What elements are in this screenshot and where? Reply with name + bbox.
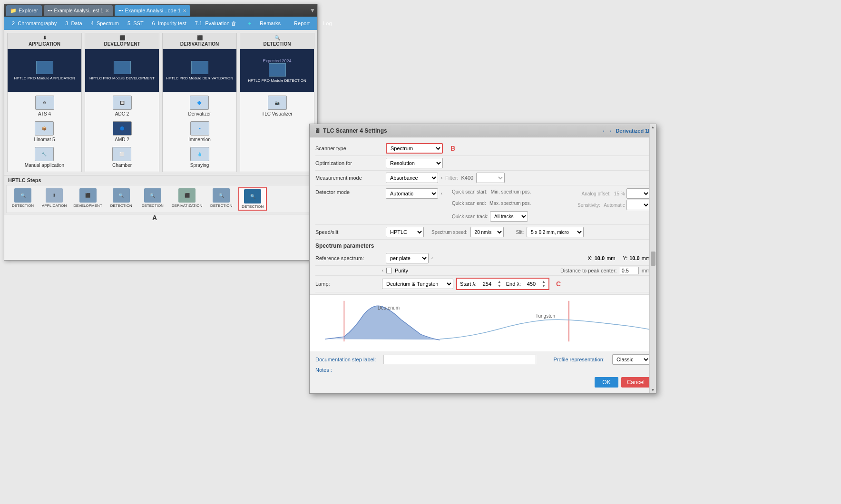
item-ats4[interactable]: ⚙ ATS 4: [35, 96, 54, 116]
xy-area: X: 10.0 mm Y: 10.0 mm: [587, 255, 650, 261]
optimization-select[interactable]: Resolution: [386, 158, 443, 168]
item-tlc-visualizer[interactable]: 📷 TLC Visualizer: [262, 96, 293, 116]
module-detection: 🔍 DETECTION Expected 2024 HPTLC PRO Modu…: [240, 33, 314, 172]
item-spraying[interactable]: 💧 Spraying: [190, 147, 209, 168]
item-immersion[interactable]: 🔹 Immersion: [188, 121, 211, 142]
development-icon: ⬛: [119, 35, 125, 40]
reference-spectrum-label: Reference spectrum:: [315, 255, 382, 261]
item-chamber[interactable]: ⬜ Chamber: [112, 147, 132, 168]
dialog-title-bar: 🖥 TLC Scanner 4 Settings ← ← Derivatized…: [310, 124, 656, 137]
dialog-scrollbar[interactable]: ▲ ▼: [649, 124, 656, 393]
measurement-mode-select[interactable]: Absorbance: [386, 173, 438, 183]
sensitivity-area: Sensitivity: Automatic: [577, 200, 650, 210]
tab-analysis1[interactable]: ▪▪▪ Example Analysi...est 1 ✕: [44, 5, 113, 16]
measurement-chevron[interactable]: ‹: [441, 175, 442, 180]
profile-rep-select[interactable]: Classic: [612, 354, 650, 365]
purity-checkbox[interactable]: [386, 268, 392, 273]
step-7[interactable]: 🔍 DETECTION: [207, 187, 235, 211]
remarks-button[interactable]: Remarks: [256, 19, 284, 27]
purity-distance-row: ‹ Purity Distance to peak center: mm: [315, 266, 650, 276]
nav-spectrum[interactable]: 4 Spectrum: [87, 19, 123, 27]
scanner-type-select[interactable]: Spectrum: [386, 143, 443, 154]
purity-chevron[interactable]: ‹: [382, 268, 383, 273]
step7-icon: 🔍: [213, 188, 230, 203]
sensitivity-select[interactable]: [626, 200, 650, 210]
item-adc2[interactable]: 🔲 ADC 2: [113, 96, 132, 116]
steps-list: 🔍 DETECTION ⬇ APPLICATION ⬛ DEVELOPMENT …: [6, 185, 315, 213]
reference-chevron[interactable]: ‹: [431, 256, 433, 261]
start-lambda-spinner[interactable]: ▲▼: [498, 280, 501, 288]
end-lambda-input[interactable]: [523, 281, 540, 287]
step4-icon: 🔍: [113, 188, 130, 203]
module-image-detection: [269, 63, 286, 77]
detector-chevron[interactable]: ‹: [441, 191, 442, 196]
close-tab2[interactable]: ✕: [183, 8, 186, 13]
speed-slit-select[interactable]: HPTLC: [386, 227, 424, 237]
step-8-selected[interactable]: 🔍 DETECTION: [238, 187, 267, 211]
nav-data[interactable]: 3 Data: [61, 19, 86, 27]
nav-sst[interactable]: 5 SST: [124, 19, 147, 27]
lambda-range-box: Start λ: ▲▼ End λ: ▲▼: [456, 278, 549, 290]
analog-offset-area: Analog offset: 15 %: [582, 188, 650, 199]
distance-area: Distance to peak center: mm: [560, 267, 650, 274]
scroll-thumb[interactable]: [651, 252, 655, 266]
optimization-row: Optimization for Resolution: [315, 156, 650, 171]
step-4[interactable]: 🔍 DETECTION: [107, 187, 136, 211]
report-button[interactable]: Report: [290, 19, 313, 27]
cancel-button[interactable]: Cancel: [621, 377, 650, 388]
item-linomat5[interactable]: 📦 Linomat 5: [34, 121, 55, 142]
spectrum-speed-select[interactable]: 20 nm/s: [470, 227, 504, 237]
step-2[interactable]: ⬇ APPLICATION: [40, 187, 68, 211]
doc-step-input[interactable]: [383, 355, 536, 364]
window-menu[interactable]: ▼: [310, 7, 315, 14]
reference-spectrum-row: Reference spectrum: per plate ‹ X: 10.0 …: [315, 251, 650, 266]
item-manual[interactable]: 🔧 Manual application: [25, 147, 64, 168]
scanner-type-control: Spectrum: [386, 143, 443, 154]
tab-analysis2[interactable]: ▪▪▪ Example Analysi...ode 1 ✕: [115, 5, 190, 16]
bottom-fields-area: Documentation step label: Profile repres…: [315, 351, 650, 375]
measurement-mode-control: Absorbance ‹ Filter: K400: [386, 173, 505, 183]
scanner-type-row: Scanner type Spectrum B: [315, 141, 650, 156]
step-1[interactable]: 🔍 DETECTION: [9, 187, 37, 211]
ok-button[interactable]: OK: [595, 377, 618, 388]
detection-icon: 🔍: [274, 35, 280, 40]
nav-impurity[interactable]: 6 Impurity test: [148, 19, 190, 27]
filter-select[interactable]: [476, 173, 505, 183]
nav-evaluation[interactable]: 7.1 Evaluation 🗑: [191, 19, 242, 27]
lamp-row: Lamp: Deuterium & Tungsten Start λ: ▲▼ E…: [315, 276, 650, 292]
analog-offset-select[interactable]: [626, 188, 650, 199]
step2-icon: ⬇: [46, 188, 63, 203]
lamp-select[interactable]: Deuterium & Tungsten: [382, 279, 453, 289]
derivatizer-icon: 🔷: [190, 96, 209, 110]
distance-input[interactable]: [620, 267, 639, 274]
start-lambda-input[interactable]: [479, 281, 496, 287]
detector-mode-select[interactable]: Automatic: [386, 188, 438, 199]
end-lambda-spinner[interactable]: ▲▼: [542, 280, 546, 288]
module-header-derivatization: ⬛ DERIVATIZATION: [163, 33, 236, 49]
log-button[interactable]: Log: [319, 19, 335, 27]
add-tab-button[interactable]: +: [244, 19, 255, 27]
annotation-b: B: [450, 145, 455, 152]
scroll-down-arrow[interactable]: ▼: [651, 388, 655, 392]
item-amd2[interactable]: 🔵 AMD 2: [113, 121, 132, 142]
scanner-icon: 🖥: [314, 127, 320, 134]
purity-area: ‹ Purity Distance to peak center: mm: [382, 267, 650, 274]
reference-spectrum-select[interactable]: per plate: [386, 253, 429, 263]
item-derivatizer[interactable]: 🔷 Derivatizer: [188, 96, 211, 116]
explorer-tab[interactable]: 📁 Explorer: [6, 5, 42, 16]
steps-title: HPTLC Steps: [6, 177, 315, 183]
scroll-up-arrow[interactable]: ▲: [651, 125, 655, 129]
lamp-label: Lamp:: [315, 281, 382, 287]
close-tab1[interactable]: ✕: [105, 8, 109, 13]
nav-chromatography[interactable]: 2 Chromatography: [8, 19, 60, 27]
slit-select[interactable]: 5 x 0.2 mm, micro: [527, 227, 584, 237]
nav-tabs: 2 Chromatography 3 Data 4 Spectrum 5 SST…: [4, 17, 317, 30]
module-items-application: ⚙ ATS 4 📦 Linomat 5 🔧 Manual application: [8, 92, 81, 172]
back-button[interactable]: ← ← Derivatized 1b: [602, 128, 651, 134]
quick-scan-track-select[interactable]: All tracks: [490, 211, 528, 222]
step-5[interactable]: 🔍 DETECTION: [138, 187, 167, 211]
step-6[interactable]: ⬛ DERIVATIZATION: [170, 187, 204, 211]
step-3[interactable]: ⬛ DEVELOPMENT: [71, 187, 104, 211]
module-image-development: [114, 61, 131, 74]
notes-row: Notes :: [315, 367, 650, 373]
